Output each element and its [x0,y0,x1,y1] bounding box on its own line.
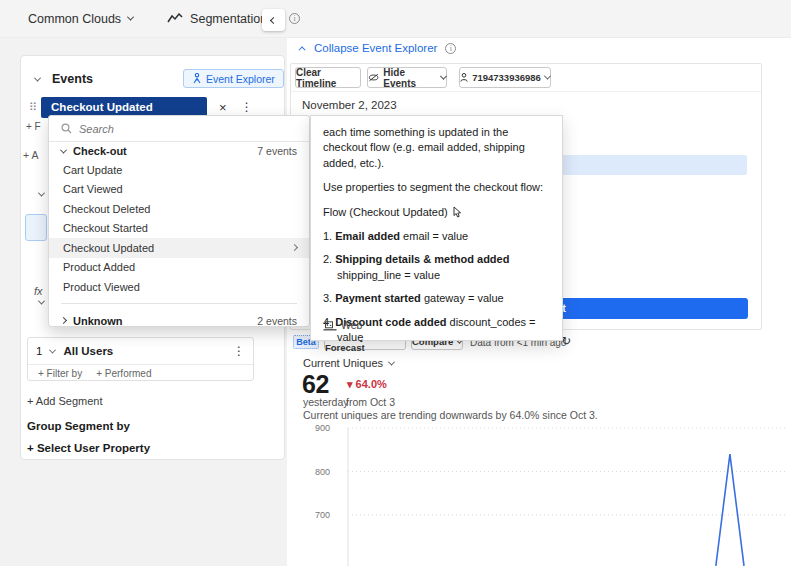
chevron-left-icon [270,16,277,23]
app-screen: Common Clouds Segmentation i Events Even… [0,0,791,566]
chevron-down-icon [544,73,551,80]
kebab-menu-icon[interactable]: ⋮ [233,344,245,358]
event-group-checkout-header[interactable]: Check-out 7 events [49,142,309,160]
step-number: 1. [323,230,332,242]
chevron-down-icon[interactable] [38,298,45,305]
line-chart-icon [167,13,183,24]
event-option[interactable]: Cart Viewed [49,180,309,200]
event-search-input[interactable] [79,123,279,135]
event-group-name: Unknown [73,315,123,327]
cursor-pointer-icon [451,206,462,219]
event-option-label: Checkout Updated [63,242,154,254]
timeline-date-header: November 2, 2023 [302,99,397,111]
formula-fx-label[interactable]: fx [34,285,43,297]
collapse-sidebar-button[interactable] [262,9,285,31]
drag-handle-icon[interactable]: ⠿ [29,101,37,114]
chevron-down-icon [60,146,67,153]
user-icon [460,73,468,82]
tooltip-step: 2. Shipping details & method added shipp… [323,252,550,283]
add-segment-link[interactable]: + Add Segment [27,395,103,407]
triangle-down-icon: ▾ [347,378,353,390]
user-id-label: 7194733936986 [472,72,541,83]
event-group-unknown-header[interactable]: Unknown 2 events [49,310,309,332]
event-option[interactable]: Cart Update [49,160,309,180]
step-detail: shipping_line = value [337,269,440,281]
selected-event-label: Checkout Updated [51,101,153,113]
laptop-icon [323,321,337,331]
event-option[interactable]: Checkout Started [49,219,309,239]
metric-name: Current Uniques [303,357,383,369]
add-event-link-partial[interactable]: + A [23,149,38,161]
step-title: Email added [335,230,400,242]
hide-events-label: Hide Events [383,67,437,89]
event-explorer-toolbar: Clear Timeline Hide Events 7194733936986 [295,67,551,88]
segment-header-row[interactable]: 1 All Users ⋮ [28,338,253,364]
project-name: Common Clouds [28,12,121,26]
y-axis-tick-label: 800 [315,467,330,477]
project-selector[interactable]: Common Clouds [28,12,133,26]
segment-actions-row: + Filter by + Performed [28,364,253,382]
tooltip-step: 1. Email added email = value [323,229,550,244]
event-explorer-button[interactable]: Event Explorer [183,69,284,88]
step-title: Shipping details & method added [335,253,509,265]
event-group-name: Check-out [73,145,127,157]
chevron-down-icon [34,74,41,81]
event-option[interactable]: Checkout Deleted [49,199,309,219]
tooltip-flow-line: Flow (Checkout Updated) [323,205,550,220]
select-user-property-link[interactable]: + Select User Property [27,442,150,454]
step-detail: email = value [403,230,468,242]
info-icon[interactable]: i [289,13,300,24]
close-icon[interactable]: × [219,100,227,115]
metric-delta-value: 64.0% [356,378,387,390]
event-description-tooltip: each time something is updated in the ch… [310,115,563,341]
chevron-down-icon [127,14,134,21]
event-explorer-icon [192,73,202,84]
segment-name: All Users [63,345,113,357]
top-bar: Common Clouds Segmentation i [0,0,791,38]
chevron-right-icon [291,244,298,251]
divider [61,303,297,304]
metric-compare-from: from Oct 3 [346,396,395,408]
measurement-box-partial[interactable] [25,214,47,241]
chevron-up-icon [299,46,306,53]
performed-link[interactable]: + Performed [96,368,151,379]
events-section-header[interactable]: Events [35,72,93,86]
metric-period: yesterday [303,396,349,408]
step-title: Payment started [335,292,421,304]
platform-label: Web [341,318,362,333]
tooltip-flow-text: Flow (Checkout Updated) [323,206,448,218]
segment-index: 1 [36,345,42,357]
step-number: 2. [323,253,332,265]
collapse-event-explorer-link[interactable]: Collapse Event Explorer i [301,42,456,54]
step-detail: gateway = value [424,292,504,304]
group-segment-by-label: Group Segment by [27,420,130,432]
series-line [716,454,744,566]
kebab-menu-icon[interactable]: ⋮ [241,100,253,114]
search-icon [61,123,72,134]
report-name: Segmentation [190,12,267,26]
uniques-chart-svg[interactable]: 900800700 [290,420,791,566]
event-option[interactable]: Product Viewed [49,277,309,297]
filter-by-link-partial[interactable]: + F [26,121,41,132]
info-icon[interactable]: i [445,43,456,54]
clear-timeline-label: Clear Timeline [296,67,360,89]
filter-by-link[interactable]: + Filter by [38,368,82,379]
chevron-down-icon[interactable] [38,190,45,197]
hide-events-button[interactable]: Hide Events [367,67,447,88]
event-option-highlighted[interactable]: Checkout Updated [49,238,309,258]
clear-timeline-button[interactable]: Clear Timeline [295,67,361,88]
chevron-down-icon [388,358,395,365]
tooltip-segment-line: Use properties to segment the checkout f… [323,180,550,195]
eye-off-icon [368,73,379,82]
event-explorer-label: Event Explorer [206,73,275,85]
metric-selector[interactable]: Current Uniques [303,357,394,369]
user-selector-button[interactable]: 7194733936986 [459,67,551,88]
chevron-right-icon [60,317,67,324]
event-option[interactable]: Product Added [49,258,309,278]
metric-value: 62 [302,370,329,399]
chevron-down-icon [49,346,56,353]
divider [291,91,761,92]
event-search-row [49,116,309,142]
segment-card: 1 All Users ⋮ + Filter by + Performed [27,337,254,381]
collapse-event-explorer-label: Collapse Event Explorer [314,42,437,54]
